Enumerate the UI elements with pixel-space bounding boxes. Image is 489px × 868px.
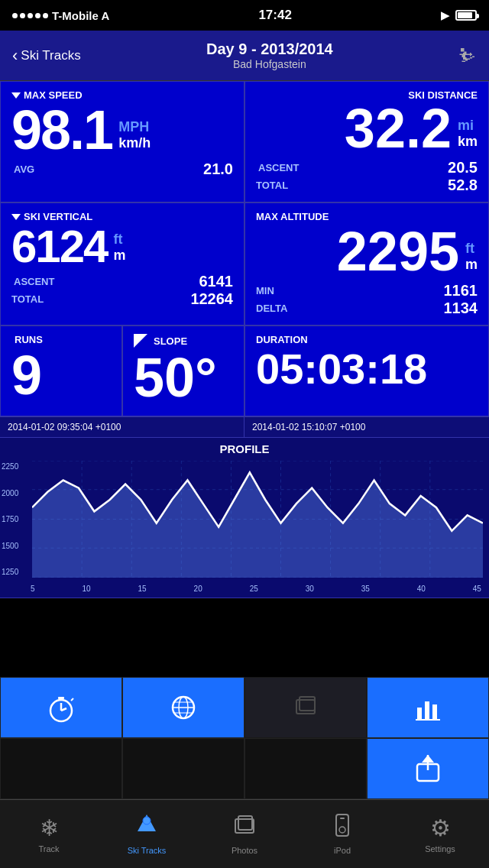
max-speed-units: MPH km/h: [118, 119, 151, 157]
speed-unit-bot: km/h: [118, 135, 151, 151]
vert-ascent-label: ASCENT: [11, 276, 54, 287]
layers-icon: [289, 691, 322, 724]
stopwatch-button[interactable]: [0, 677, 122, 738]
back-button[interactable]: ‹ Ski Tracks: [12, 46, 81, 66]
ski-vertical-box: SKI VERTICAL 6124 ft m ASCENT 6141 TOTAL…: [0, 202, 244, 326]
delta-label: DELTA: [256, 303, 287, 314]
back-arrow-icon: ‹: [12, 46, 18, 66]
svg-rect-27: [425, 701, 429, 720]
total-row: TOTAL 52.8: [256, 177, 478, 194]
start-timestamp: 2014-01-02 09:35:04 +0100: [0, 417, 244, 437]
nav-bar: ‹ Ski Tracks Day 9 - 2013/2014 Bad Hofga…: [0, 31, 489, 81]
max-speed-box: MAX SPEED 98.1 MPH km/h AVG 21.0: [0, 81, 244, 202]
tab-bar: ❄ Track Ski Tracks Photos iPod: [0, 799, 489, 868]
max-speed-main: 98.1 MPH km/h: [11, 102, 233, 157]
slope-box: SLOPE 50°: [122, 326, 244, 416]
svg-rect-26: [417, 708, 422, 720]
profile-chart-svg: [32, 461, 483, 578]
back-label: Ski Tracks: [21, 48, 80, 63]
ipod-icon: [330, 813, 355, 843]
gear-icon: ⚙: [430, 815, 451, 841]
nav-title: Day 9 - 2013/2014: [81, 40, 458, 58]
dist-units: mi km: [458, 118, 478, 156]
slope-label: SLOPE: [134, 334, 233, 348]
duration-label: DURATION: [256, 334, 478, 345]
globe-button[interactable]: [122, 677, 244, 738]
svg-rect-39: [340, 818, 345, 819]
tab-ski-tracks-label: Ski Tracks: [128, 846, 167, 855]
tab-photos-label: Photos: [232, 846, 257, 855]
triangle-down-icon: [11, 92, 21, 99]
max-altitude-main: 2295 ft m: [256, 224, 478, 279]
empty-3: [244, 738, 367, 799]
snowflake-icon: ❄: [40, 815, 59, 841]
y-axis-labels: 2250 2000 1750 1500 1250: [2, 462, 18, 576]
avg-row: AVG 21.0: [11, 160, 233, 178]
tab-photos[interactable]: Photos: [196, 800, 293, 868]
svg-rect-25: [300, 697, 315, 711]
vert-total-row: TOTAL 12264: [11, 290, 233, 308]
alt-unit-top: ft: [465, 241, 478, 257]
duration-value: 05:03:18: [256, 345, 478, 393]
avg-label: AVG: [11, 164, 34, 175]
max-speed-sub: AVG 21.0: [11, 160, 233, 178]
photos-icon: [232, 813, 257, 843]
ski-icon: ⛷: [458, 45, 477, 66]
ascent-value: 20.5: [448, 159, 478, 177]
slope-value: 50°: [134, 348, 233, 408]
vert-ascent-row: ASCENT 6141: [11, 273, 233, 290]
stopwatch-icon: [44, 691, 78, 724]
empty-2: [122, 738, 244, 799]
location-icon: ▶: [441, 9, 449, 21]
status-right: ▶: [441, 9, 477, 21]
chart-button[interactable]: [367, 677, 489, 738]
layers-button[interactable]: [244, 677, 367, 738]
alt-unit-bot: m: [465, 257, 478, 273]
ascent-label: ASCENT: [256, 162, 299, 173]
tab-ipod[interactable]: iPod: [293, 800, 391, 868]
duration-box: DURATION 05:03:18: [244, 326, 489, 416]
stats-row-1: MAX SPEED 98.1 MPH km/h AVG 21.0 SKI DIS…: [0, 81, 489, 202]
slope-flag-icon: [134, 334, 147, 348]
svg-rect-36: [238, 816, 252, 830]
end-timestamp: 2014-01-02 15:10:07 +0100: [244, 417, 489, 437]
ski-vertical-main: 6124 ft m: [11, 224, 233, 270]
ski-distance-box: SKI DISTANCE 32.2 mi km ASCENT 20.5 TOTA…: [244, 81, 489, 202]
tab-track[interactable]: ❄ Track: [0, 800, 98, 868]
vert-units: ft m: [113, 232, 125, 270]
share-button[interactable]: [367, 738, 489, 799]
svg-point-34: [143, 817, 151, 824]
svg-line-18: [71, 698, 73, 701]
tab-settings[interactable]: ⚙ Settings: [391, 800, 489, 868]
status-bar: T-Mobile A 17:42 ▶: [0, 0, 489, 31]
runs-box: RUNS 9: [0, 326, 122, 416]
vert-total-value: 12264: [190, 290, 233, 308]
signal-dots: [12, 13, 48, 18]
max-speed-value: 98.1: [11, 102, 112, 157]
profile-section: PROFILE 2250 2000 1750 1500 1250 5 10 15: [0, 438, 489, 598]
ski-vertical-sub: ASCENT 6141 TOTAL 12264: [11, 273, 233, 308]
max-altitude-box: MAX ALTITUDE 2295 ft m MIN 1161 DELTA 11…: [244, 202, 489, 326]
min-value: 1161: [444, 282, 478, 300]
timestamp-row: 2014-01-02 09:35:04 +0100 2014-01-02 15:…: [0, 416, 489, 438]
ski-distance-sub: ASCENT 20.5 TOTAL 52.8: [256, 159, 478, 194]
chart-icon: [411, 691, 445, 724]
tab-ipod-label: iPod: [334, 846, 351, 855]
status-left: T-Mobile A: [12, 9, 109, 22]
vert-triangle-icon: [11, 214, 21, 220]
speed-unit-top: MPH: [118, 119, 149, 135]
ascent-row: ASCENT 20.5: [256, 159, 478, 177]
dist-unit-top: mi: [458, 118, 478, 134]
stats-row-3: RUNS 9 SLOPE 50° DURATION 05:03:18: [0, 326, 489, 416]
status-time: 17:42: [258, 8, 291, 23]
action-bar: [0, 677, 489, 799]
share-icon: [411, 752, 445, 785]
battery-icon: [455, 10, 477, 21]
stats-row-2: SKI VERTICAL 6124 ft m ASCENT 6141 TOTAL…: [0, 202, 489, 326]
tab-ski-tracks[interactable]: Ski Tracks: [98, 800, 196, 868]
delta-value: 1134: [444, 300, 478, 317]
dist-total-label: TOTAL: [256, 180, 288, 191]
ski-distance-main: 32.2 mi km: [256, 101, 478, 156]
runs-label: RUNS: [11, 334, 111, 345]
dist-unit-bot: km: [458, 134, 478, 150]
